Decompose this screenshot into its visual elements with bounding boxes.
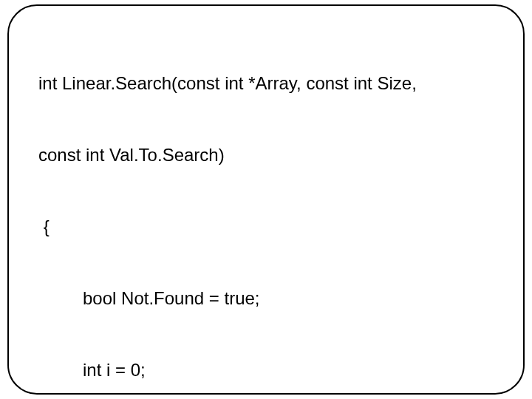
code-line: { xyxy=(38,215,517,239)
code-line: int Linear.Search(const int *Array, cons… xyxy=(38,72,517,95)
code-line: const int Val.To.Search) xyxy=(38,143,517,167)
code-block: int Linear.Search(const int *Array, cons… xyxy=(38,24,517,399)
code-line: int i = 0; xyxy=(38,358,517,382)
code-line: bool Not.Found = true; xyxy=(38,287,517,310)
slide-frame: int Linear.Search(const int *Array, cons… xyxy=(7,4,525,395)
